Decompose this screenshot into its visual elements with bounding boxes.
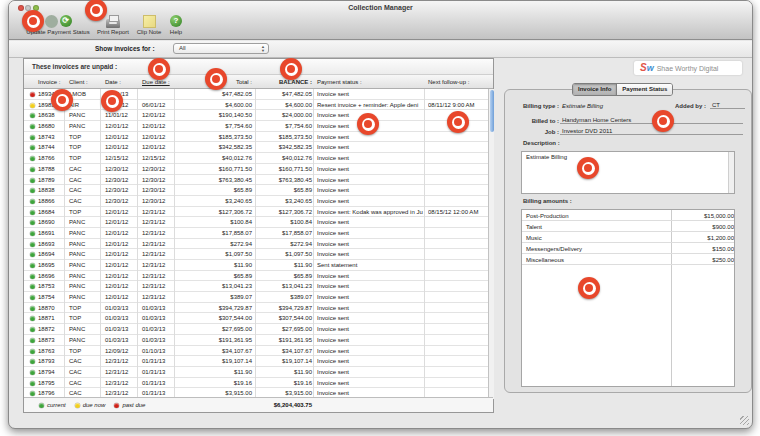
cell-client: TOP bbox=[69, 144, 81, 150]
invoice-row[interactable]: 18838CAC12/30/1212/30/12$65.89$65.89Invo… bbox=[24, 185, 488, 196]
column-header-payment-status[interactable]: Payment status : bbox=[317, 79, 362, 85]
billing-amount-row[interactable]: Talent$900.00 bbox=[522, 221, 734, 232]
annotation-marker-dot bbox=[585, 284, 593, 292]
billing-item-amount: $150.00 bbox=[672, 246, 734, 252]
cell-total: $185,373.50 bbox=[176, 134, 252, 140]
cell-client: PANC bbox=[69, 337, 85, 343]
resize-grip[interactable] bbox=[740, 416, 749, 425]
cell-total: $7,754.60 bbox=[176, 123, 252, 129]
cell-total: $389.07 bbox=[176, 294, 252, 300]
billing-amount-row[interactable]: Messengers/Delivery$150.00 bbox=[522, 243, 734, 254]
cell-balance: $27,695.00 bbox=[257, 326, 312, 332]
invoice-row[interactable]: 18794CAC12/31/1201/31/13$11.90$11.90Invo… bbox=[24, 367, 488, 378]
cell-invoice: 18796 bbox=[38, 390, 55, 396]
scrollbar-thumb[interactable] bbox=[490, 90, 495, 132]
legend-dot-green bbox=[39, 403, 44, 408]
column-header-due-date[interactable]: Due date : bbox=[142, 79, 170, 85]
invoice-row[interactable]: 18680PANC12/01/1212/01/12$7,754.60$7,754… bbox=[24, 121, 488, 132]
invoice-row[interactable]: 18934LMOB02/01/13$47,482.05$47,482.05Inv… bbox=[24, 89, 488, 100]
cell-client: CAC bbox=[69, 187, 82, 193]
invoice-row[interactable]: 18870TOP01/03/1301/03/13$394,729.87$394,… bbox=[24, 303, 488, 314]
status-legend: currentdue nowpast due bbox=[39, 402, 145, 408]
job-field[interactable]: Investor DVD 2011 bbox=[560, 128, 743, 135]
column-header-next-followup[interactable]: Next follow-up : bbox=[428, 79, 469, 85]
tab-invoice-info[interactable]: Invoice Info bbox=[573, 84, 616, 95]
cell-payment-status: Invoice sent bbox=[317, 326, 423, 332]
annotation-marker-ring bbox=[657, 115, 670, 128]
cell-invoice: 18793 bbox=[38, 358, 55, 364]
job-label: Job : bbox=[510, 129, 559, 135]
column-header-client[interactable]: Client : bbox=[69, 79, 88, 85]
cell-total: $19.16 bbox=[176, 380, 252, 386]
column-header-invoice[interactable]: Invoice : bbox=[38, 79, 60, 85]
invoice-row[interactable]: 18795CAC12/31/1201/31/13$19.16$19.16Invo… bbox=[24, 378, 488, 389]
cell-due-date: 01/03/13 bbox=[142, 315, 165, 321]
cell-total: $3,240.65 bbox=[176, 198, 252, 204]
billing-item-name: Music bbox=[526, 235, 542, 241]
invoice-row[interactable]: 18696PANC12/01/1212/31/12$65.89$65.89Inv… bbox=[24, 271, 488, 282]
cell-client: PANC bbox=[69, 294, 85, 300]
description-scrollbar[interactable] bbox=[728, 152, 734, 193]
billed-to-label: Billed to : bbox=[510, 118, 559, 124]
column-header-balance[interactable]: BALANCE : bbox=[257, 79, 312, 85]
cell-client: TOP bbox=[69, 305, 81, 311]
invoice-row[interactable]: 18638PANC11/01/1212/01/12$190,140.50$24,… bbox=[24, 110, 488, 121]
cell-total: $160,771.50 bbox=[176, 166, 252, 172]
invoice-row[interactable]: 18763TOP12/09/1201/10/13$34,107.67$34,10… bbox=[24, 346, 488, 357]
invoice-row[interactable]: 18743TOP12/01/1212/01/12$185,373.50$185,… bbox=[24, 132, 488, 143]
invoice-row[interactable]: 18693PANC12/01/1212/31/12$272.94$272.94I… bbox=[24, 239, 488, 250]
invoice-row[interactable]: 18690PANC12/01/1212/31/12$100.84$100.84I… bbox=[24, 217, 488, 228]
cell-date: 12/15/12 bbox=[105, 155, 128, 161]
brand-strip: S w Shae Worthy Digital bbox=[634, 61, 742, 75]
cell-invoice: 18788 bbox=[38, 166, 55, 172]
added-by-field[interactable]: CT bbox=[710, 102, 745, 109]
invoice-row[interactable]: 18983AIR05/01/1206/01/12$4,600.00$4,600.… bbox=[24, 100, 488, 111]
invoice-row[interactable]: 18753PANC12/01/1212/31/12$13,041.23$13,0… bbox=[24, 281, 488, 292]
cell-balance: $389.07 bbox=[257, 294, 312, 300]
status-dot-green bbox=[30, 199, 35, 204]
filter-bar: Show invoices for : All ▲▼ bbox=[9, 41, 752, 58]
invoice-row[interactable]: 18695PANC12/01/1212/31/12$11.90$11.90Sen… bbox=[24, 260, 488, 271]
cell-invoice: 18873 bbox=[38, 337, 55, 343]
invoice-row[interactable]: 18684TOP12/01/1212/31/12$127,306.72$127,… bbox=[24, 207, 488, 218]
cell-due-date: 12/31/12 bbox=[142, 262, 165, 268]
invoice-row[interactable]: 18766TOP12/15/1212/15/12$40,012.76$40,01… bbox=[24, 153, 488, 164]
help-button[interactable]: Help bbox=[165, 14, 187, 39]
cell-due-date: 01/31/13 bbox=[142, 390, 165, 396]
description-textbox[interactable]: Estimate Billing bbox=[521, 151, 735, 194]
invoice-row[interactable]: 18789CAC12/30/1212/30/12$763,380.45$763,… bbox=[24, 175, 488, 186]
cell-date: 12/01/12 bbox=[105, 123, 128, 129]
invoice-row[interactable]: 18871TOP01/03/1301/03/13$307,544.00$307,… bbox=[24, 313, 488, 324]
table-scrollbar[interactable] bbox=[488, 89, 494, 399]
cell-total: $11.90 bbox=[176, 369, 252, 375]
cell-client: TOP bbox=[69, 315, 81, 321]
billing-amount-row[interactable]: Post-Production$15,000.00 bbox=[522, 210, 734, 221]
tab-payment-status[interactable]: Payment Status bbox=[616, 84, 672, 95]
invoice-row[interactable]: 18788CAC12/30/1212/30/12$160,771.50$160,… bbox=[24, 164, 488, 175]
invoice-row[interactable]: 18872PANC01/03/1301/03/13$27,695.00$27,6… bbox=[24, 324, 488, 335]
cell-due-date: 12/31/12 bbox=[142, 219, 165, 225]
invoice-row[interactable]: 18691PANC12/01/1212/31/12$17,858.07$17,8… bbox=[24, 228, 488, 239]
cell-total: $100.84 bbox=[176, 219, 252, 225]
billing-amount-row[interactable]: Music$1,200.00 bbox=[522, 232, 734, 243]
cell-invoice: 18684 bbox=[38, 209, 55, 215]
invoice-rows: 18934LMOB02/01/13$47,482.05$47,482.05Inv… bbox=[24, 89, 488, 399]
invoice-row[interactable]: 18793CAC12/31/1201/31/13$19,107.14$19,10… bbox=[24, 356, 488, 367]
cell-balance: $394,729.87 bbox=[257, 305, 312, 311]
billing-amount-row[interactable]: Miscellaneous$250.00 bbox=[522, 254, 734, 265]
cell-payment-status: Invoice sent bbox=[317, 305, 423, 311]
cell-total: $65.89 bbox=[176, 273, 252, 279]
cell-due-date: 12/30/12 bbox=[142, 187, 165, 193]
show-invoices-for-dropdown[interactable]: All ▲▼ bbox=[173, 43, 269, 54]
annotation-marker bbox=[205, 68, 227, 90]
clip-note-button[interactable]: Clip Note bbox=[135, 14, 163, 39]
cell-client: TOP bbox=[69, 134, 81, 140]
status-dot-green bbox=[30, 284, 35, 289]
invoice-row[interactable]: 18744TOP12/01/1212/01/12$342,582.35$342,… bbox=[24, 142, 488, 153]
cell-invoice: 18872 bbox=[38, 326, 55, 332]
invoice-row[interactable]: 18873PANC01/03/1301/03/13$191,361.95$191… bbox=[24, 335, 488, 346]
invoice-row[interactable]: 18754PANC12/01/1212/31/12$389.07$389.07I… bbox=[24, 292, 488, 303]
column-header-date[interactable]: Date : bbox=[105, 79, 121, 85]
invoice-row[interactable]: 18694PANC12/01/1212/31/12$1,097.50$1,097… bbox=[24, 249, 488, 260]
invoice-row[interactable]: 18866CAC12/30/1212/30/12$3,240.65$3,240.… bbox=[24, 196, 488, 207]
